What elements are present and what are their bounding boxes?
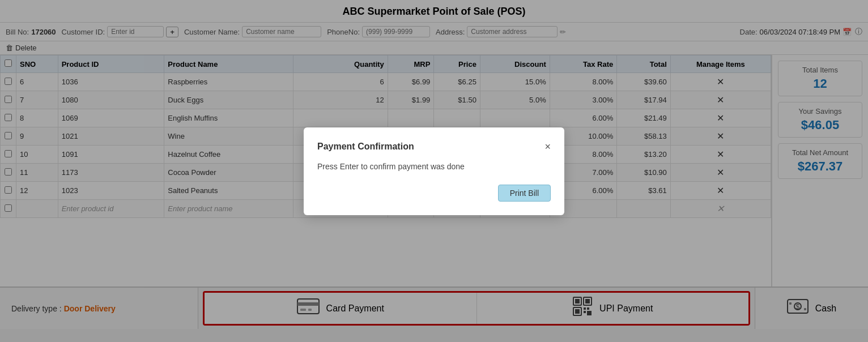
modal-header: Payment Confirmation × bbox=[317, 141, 551, 153]
modal-footer: Print Bill bbox=[317, 185, 551, 202]
print-bill-button[interactable]: Print Bill bbox=[498, 185, 551, 202]
payment-confirmation-modal: Payment Confirmation × Press Enter to co… bbox=[304, 127, 564, 215]
modal-title: Payment Confirmation bbox=[317, 142, 414, 152]
modal-close-button[interactable]: × bbox=[544, 141, 551, 153]
modal-overlay[interactable]: Payment Confirmation × Press Enter to co… bbox=[0, 0, 868, 342]
modal-body: Press Enter to confirm payment was done bbox=[317, 162, 551, 171]
